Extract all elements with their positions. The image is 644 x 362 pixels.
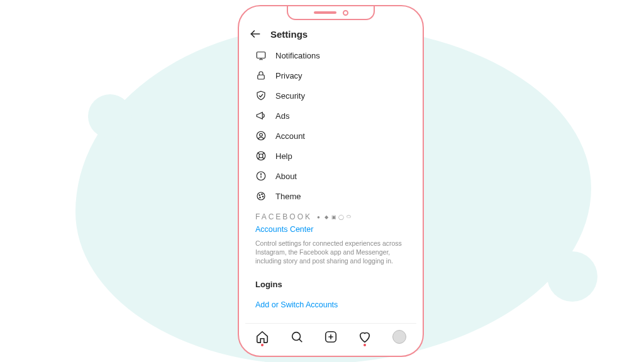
settings-header: Settings bbox=[245, 24, 416, 45]
svg-line-22 bbox=[299, 339, 302, 342]
svg-line-12 bbox=[262, 157, 264, 159]
accounts-center-description: Control settings for connected experienc… bbox=[255, 238, 406, 266]
svg-line-11 bbox=[258, 157, 260, 159]
tab-search[interactable] bbox=[289, 329, 305, 345]
theme-icon bbox=[255, 190, 267, 202]
svg-line-9 bbox=[258, 153, 260, 155]
svg-point-15 bbox=[260, 173, 261, 174]
facebook-section: FACEBOOK ● ◆ ▣ ◯ ⬭ Accounts Center Contr… bbox=[248, 206, 414, 268]
menu-item-security[interactable]: Security bbox=[248, 85, 414, 106]
megaphone-icon bbox=[255, 110, 267, 121]
svg-point-18 bbox=[262, 194, 263, 195]
shield-icon bbox=[255, 90, 267, 101]
menu-item-about[interactable]: About bbox=[248, 166, 414, 186]
tab-home[interactable] bbox=[254, 329, 270, 345]
tab-profile[interactable] bbox=[391, 329, 408, 345]
menu-item-theme[interactable]: Theme bbox=[248, 186, 414, 206]
lock-icon bbox=[255, 70, 267, 81]
background-blob-small bbox=[88, 94, 132, 138]
help-icon bbox=[255, 150, 267, 162]
messenger-icon: ◆ bbox=[323, 214, 329, 220]
menu-item-ads[interactable]: Ads bbox=[248, 106, 414, 126]
instagram-icon: ▣ bbox=[331, 214, 336, 220]
svg-rect-1 bbox=[257, 52, 265, 58]
menu-item-account[interactable]: Account bbox=[248, 126, 414, 146]
facebook-product-icons: ● ◆ ▣ ◯ ⬭ bbox=[316, 214, 352, 220]
phone-notch bbox=[287, 6, 375, 20]
svg-point-8 bbox=[259, 154, 263, 158]
tab-create[interactable] bbox=[323, 329, 339, 345]
svg-point-20 bbox=[260, 197, 261, 199]
notch-speaker bbox=[314, 11, 336, 14]
menu-item-label: Theme bbox=[275, 192, 301, 201]
notification-dot-icon bbox=[364, 344, 366, 346]
avatar-icon bbox=[392, 330, 406, 344]
menu-item-privacy[interactable]: Privacy bbox=[248, 65, 414, 85]
accounts-center-link[interactable]: Accounts Center bbox=[255, 221, 406, 238]
settings-menu: Notifications Privacy Security bbox=[248, 45, 414, 206]
menu-item-label: Notifications bbox=[275, 51, 320, 60]
phone-screen: Settings Notifications Privacy bbox=[245, 24, 416, 349]
menu-item-label: Account bbox=[275, 131, 305, 141]
notification-dot-icon bbox=[261, 344, 264, 346]
menu-item-label: Ads bbox=[275, 111, 289, 121]
svg-rect-4 bbox=[258, 75, 265, 79]
info-icon bbox=[255, 170, 267, 182]
whatsapp-icon: ◯ bbox=[338, 214, 344, 220]
svg-point-21 bbox=[292, 332, 300, 340]
back-arrow-icon[interactable] bbox=[249, 28, 262, 40]
tab-activity[interactable] bbox=[357, 329, 373, 345]
menu-item-help[interactable]: Help bbox=[248, 146, 414, 166]
menu-item-label: Security bbox=[275, 91, 305, 101]
svg-point-6 bbox=[260, 133, 263, 136]
menu-item-notifications[interactable]: Notifications bbox=[248, 45, 414, 65]
add-switch-accounts-link[interactable]: Add or Switch Accounts bbox=[255, 297, 406, 313]
svg-point-16 bbox=[257, 192, 265, 200]
facebook-brand: FACEBOOK ● ◆ ▣ ◯ ⬭ bbox=[255, 212, 406, 221]
account-icon bbox=[255, 130, 267, 141]
settings-content: Notifications Privacy Security bbox=[245, 45, 416, 323]
notch-camera bbox=[343, 10, 348, 16]
svg-line-10 bbox=[262, 153, 264, 155]
menu-item-label: Privacy bbox=[275, 71, 303, 80]
menu-item-label: About bbox=[275, 172, 297, 181]
oculus-icon: ⬭ bbox=[346, 214, 352, 220]
menu-item-label: Help bbox=[275, 151, 292, 161]
svg-point-17 bbox=[259, 195, 260, 196]
facebook-brand-text: FACEBOOK bbox=[255, 212, 312, 221]
svg-point-19 bbox=[262, 196, 264, 197]
page-title: Settings bbox=[270, 29, 308, 40]
bottom-tab-bar bbox=[245, 323, 416, 349]
phone-frame: Settings Notifications Privacy bbox=[238, 5, 424, 357]
logins-section-title: Logins bbox=[248, 268, 414, 293]
notifications-icon bbox=[255, 50, 267, 61]
background-blob-small bbox=[547, 251, 597, 302]
fb-icon: ● bbox=[316, 214, 321, 220]
